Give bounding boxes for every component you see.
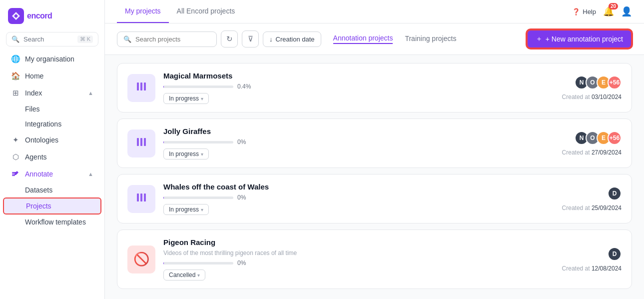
tab-training-projects[interactable]: Training projects bbox=[405, 34, 456, 44]
project-avatars: D bbox=[608, 186, 622, 200]
help-button[interactable]: ❓ Help bbox=[572, 8, 596, 16]
progress-row: 0.4% bbox=[163, 83, 554, 90]
svg-rect-6 bbox=[144, 82, 146, 90]
sidebar-item-integrations[interactable]: Integrations bbox=[3, 116, 101, 132]
refresh-icon: ↻ bbox=[226, 34, 233, 44]
project-list: Magical Marmosets 0.4% In progress▾NOE+5… bbox=[105, 55, 644, 299]
sidebar-item-agents[interactable]: ⬡ Agents bbox=[3, 148, 101, 166]
agents-icon: ⬡ bbox=[11, 152, 20, 162]
status-label: In progress bbox=[169, 150, 199, 158]
project-icon bbox=[135, 192, 147, 206]
progress-row: 0% bbox=[163, 194, 554, 201]
sidebar-item-ontologies[interactable]: ✦ Ontologies bbox=[3, 132, 101, 148]
project-name: Magical Marmosets bbox=[163, 72, 554, 80]
sidebar-item-my-organisation[interactable]: 🌐 My organisation bbox=[3, 50, 101, 68]
tab-annotation-projects[interactable]: Annotation projects bbox=[333, 34, 393, 44]
status-badge[interactable]: Cancelled▾ bbox=[163, 270, 205, 280]
search-projects-input[interactable] bbox=[135, 36, 210, 43]
progress-percentage: 0.4% bbox=[237, 83, 251, 90]
avatar: +56 bbox=[608, 131, 622, 145]
plus-icon: ＋ bbox=[536, 34, 543, 44]
index-sub-menu: Files Integrations bbox=[0, 102, 104, 132]
sidebar-item-workflow-templates[interactable]: Workflow templates bbox=[3, 214, 101, 230]
logo-text: encord bbox=[27, 12, 52, 20]
project-card-magical-marmosets[interactable]: Magical Marmosets 0.4% In progress▾NOE+5… bbox=[117, 63, 632, 112]
sidebar-item-projects[interactable]: Projects bbox=[3, 198, 101, 214]
annotate-icon bbox=[11, 170, 20, 178]
sidebar-item-label: My organisation bbox=[25, 55, 74, 63]
user-avatar-button[interactable]: 👤 bbox=[621, 6, 632, 17]
search-shortcut: ⌘ K bbox=[77, 36, 93, 43]
avatar: +56 bbox=[608, 76, 622, 90]
main-content: My projects All Encord projects ❓ Help 🔔… bbox=[105, 0, 644, 299]
svg-rect-7 bbox=[137, 138, 139, 146]
search-projects-input-wrap[interactable]: 🔍 bbox=[117, 32, 217, 47]
globe-icon: 🌐 bbox=[11, 54, 20, 64]
sidebar-item-files[interactable]: Files bbox=[3, 102, 101, 116]
sidebar-item-label: Index bbox=[25, 89, 42, 97]
home-icon: 🏠 bbox=[11, 72, 20, 80]
help-circle-icon: ❓ bbox=[572, 8, 580, 16]
project-avatars: D bbox=[608, 247, 622, 261]
new-project-label: + New annotation project bbox=[546, 35, 623, 43]
new-annotation-project-button[interactable]: ＋ + New annotation project bbox=[527, 30, 632, 48]
top-right-controls: ❓ Help 🔔 20 👤 bbox=[572, 6, 632, 17]
sidebar-item-datasets[interactable]: Datasets bbox=[3, 182, 101, 198]
notifications-button[interactable]: 🔔 20 bbox=[603, 6, 614, 17]
search-icon: 🔍 bbox=[123, 36, 131, 43]
annotate-sub-menu: Datasets Projects Workflow templates bbox=[0, 182, 104, 230]
chevron-down-icon: ▾ bbox=[201, 96, 203, 102]
project-thumbnail bbox=[127, 185, 155, 213]
chevron-up-icon: ▲ bbox=[88, 90, 93, 96]
project-thumbnail bbox=[127, 74, 155, 102]
project-avatars: NOE+56 bbox=[575, 76, 622, 90]
created-date: 03/10/2024 bbox=[592, 94, 622, 100]
filter-button[interactable]: ⊽ bbox=[242, 30, 259, 48]
created-at: Created at 12/08/2024 bbox=[562, 265, 622, 272]
created-at: Created at 27/09/2024 bbox=[562, 149, 622, 156]
project-info: Jolly Giraffes 0% In progress▾ bbox=[163, 127, 554, 160]
sidebar-item-home[interactable]: 🏠 Home bbox=[3, 68, 101, 84]
tab-all-encord-projects[interactable]: All Encord projects bbox=[169, 0, 243, 23]
chevron-down-icon: ▾ bbox=[201, 207, 203, 212]
avatar: D bbox=[608, 247, 622, 261]
status-badge[interactable]: In progress▾ bbox=[163, 148, 209, 160]
svg-rect-9 bbox=[144, 138, 146, 146]
toolbar: 🔍 ↻ ⊽ ↓ Creation date Annotation project… bbox=[105, 24, 644, 55]
progress-bar-fill bbox=[163, 86, 164, 88]
sidebar-item-label: Annotate bbox=[25, 170, 53, 178]
sort-button[interactable]: ↓ Creation date bbox=[263, 32, 321, 47]
status-label: In progress bbox=[169, 95, 199, 102]
sidebar-item-annotate[interactable]: Annotate ▲ bbox=[3, 166, 101, 182]
progress-bar-bg bbox=[163, 262, 233, 264]
status-badge[interactable]: In progress▾ bbox=[163, 93, 209, 104]
progress-percentage: 0% bbox=[237, 194, 246, 201]
progress-bar-bg bbox=[163, 86, 233, 88]
sidebar-item-label: Home bbox=[25, 72, 43, 80]
sidebar-item-index[interactable]: ⊞ Index ▲ bbox=[3, 84, 101, 102]
progress-percentage: 0% bbox=[237, 260, 246, 266]
project-name: Pigeon Racing bbox=[163, 238, 554, 246]
project-right: DCreated at 25/09/2024 bbox=[562, 186, 622, 212]
created-at: Created at 25/09/2024 bbox=[562, 204, 622, 212]
project-thumbnail: 🚫 bbox=[127, 246, 155, 274]
svg-rect-5 bbox=[140, 82, 142, 90]
status-badge[interactable]: In progress▾ bbox=[163, 204, 209, 215]
cancelled-icon: 🚫 bbox=[133, 252, 149, 267]
sidebar-search[interactable]: 🔍 Search ⌘ K bbox=[6, 32, 98, 46]
project-card-pigeon-racing[interactable]: 🚫Pigeon RacingVideos of the most thrilli… bbox=[117, 230, 632, 289]
svg-rect-12 bbox=[144, 194, 146, 202]
avatar: D bbox=[608, 186, 622, 200]
progress-bar-fill bbox=[163, 196, 164, 199]
tab-my-projects[interactable]: My projects bbox=[117, 0, 169, 23]
project-right: DCreated at 12/08/2024 bbox=[562, 247, 622, 272]
chevron-down-icon: ▾ bbox=[201, 152, 203, 157]
svg-rect-3 bbox=[12, 175, 15, 176]
project-right: NOE+56Created at 27/09/2024 bbox=[562, 131, 622, 156]
progress-bar-bg bbox=[163, 196, 233, 199]
project-card-jolly-giraffes[interactable]: Jolly Giraffes 0% In progress▾NOE+56Crea… bbox=[117, 118, 632, 168]
progress-bar-fill bbox=[163, 262, 164, 264]
refresh-button[interactable]: ↻ bbox=[221, 30, 238, 48]
project-thumbnail bbox=[127, 130, 155, 158]
project-card-whales-coast-wales[interactable]: Whales off the coast of Wales 0% In prog… bbox=[117, 174, 632, 224]
